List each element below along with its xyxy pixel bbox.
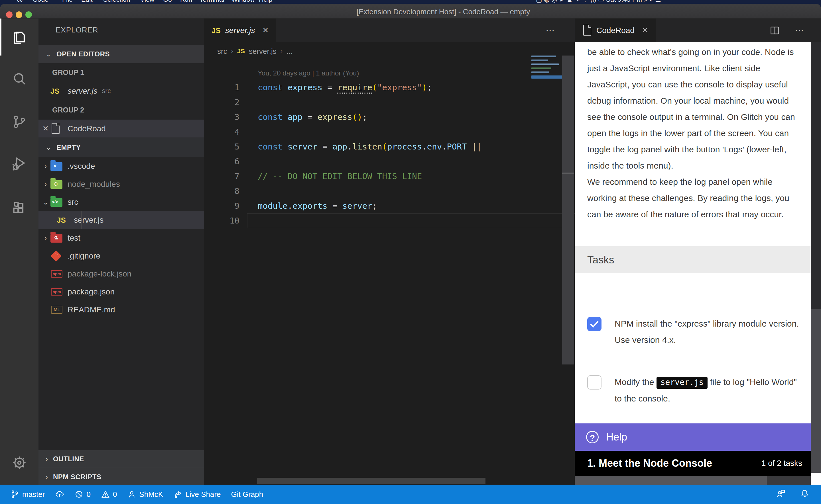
menu-item-file[interactable]: File <box>62 0 73 3</box>
line-number: 1 <box>204 80 240 95</box>
status-item-git-graph[interactable]: Git Graph <box>231 490 264 499</box>
bell-icon[interactable] <box>800 489 810 500</box>
webview-vertical-scrollbar[interactable] <box>811 42 821 485</box>
lesson-text: be able to check what's going on in your… <box>587 44 804 222</box>
folder-section-header[interactable]: ⌄ EMPTY <box>38 138 204 157</box>
line-number: 6 <box>204 154 240 169</box>
extensions-icon[interactable] <box>0 190 38 227</box>
status-item-live-share[interactable]: Live Share <box>173 490 221 499</box>
activity-bar <box>0 19 38 485</box>
lesson-paragraph: be able to check what's going on in your… <box>587 44 804 174</box>
window-title: [Extension Development Host] - CodeRoad … <box>357 7 530 16</box>
status-label: Git Graph <box>231 490 264 499</box>
minimap[interactable] <box>531 56 562 79</box>
editor-vertical-scrollbar[interactable] <box>562 56 574 364</box>
breadcrumb-item[interactable]: ... <box>287 47 293 56</box>
open-editor-item-coderoad[interactable]: ✕CodeRoad <box>38 120 204 138</box>
tab-coderoad[interactable]: CodeRoad ✕ <box>575 19 656 42</box>
section-header-npm-scripts[interactable]: ›NPM SCRIPTS <box>38 468 204 485</box>
document-icon <box>582 25 592 36</box>
npm-icon: npm <box>50 268 64 280</box>
menu-item-window[interactable]: Window <box>232 0 255 3</box>
split-editor-icon[interactable] <box>770 25 780 36</box>
tree-item-node-modules[interactable]: ›⬡node_modules <box>38 175 204 193</box>
menu-item-code[interactable]: Code <box>33 0 48 3</box>
menu-item-run[interactable]: Run <box>180 0 192 3</box>
menu-item-terminal[interactable]: Terminal <box>199 0 225 3</box>
breadcrumb-item[interactable]: server.js <box>249 47 277 56</box>
checkbox-checked[interactable] <box>587 317 601 331</box>
coderoad-more-actions-icon[interactable]: ⋯ <box>795 25 805 36</box>
status-label: master <box>22 490 45 499</box>
section-header-outline[interactable]: ›OUTLINE <box>38 450 204 468</box>
status-item-shmck[interactable]: ShMcK <box>127 490 163 499</box>
status-label: Live Share <box>185 490 221 499</box>
window-title-bar: [Extension Development Host] - CodeRoad … <box>0 4 821 19</box>
status-label: ShMcK <box>139 490 163 499</box>
search-icon[interactable] <box>0 60 38 97</box>
close-tab-icon[interactable]: ✕ <box>263 26 269 35</box>
menu-item-edit[interactable]: Edit <box>81 0 93 3</box>
tasks-section-header: Tasks <box>575 246 811 273</box>
vscode-folder-icon: ⨯ <box>50 161 64 172</box>
node-modules-folder-icon: ⬡ <box>50 179 64 190</box>
open-editor-item-server-js[interactable]: JSserver.jssrc <box>38 82 204 100</box>
tree-item-package-lock-json[interactable]: npmpackage-lock.json <box>38 265 204 283</box>
tree-item--gitignore[interactable]: .gitignore <box>38 247 204 265</box>
line-number: 3 <box>204 110 240 124</box>
test-folder-icon: ⚗ <box>50 232 64 244</box>
help-bar[interactable]: ? Help <box>575 423 811 451</box>
coderoad-panel: CodeRoad ✕ ⋯ be able to check what's goi… <box>575 19 821 485</box>
breadcrumb[interactable]: src›JSserver.js›... <box>217 46 293 57</box>
gitlens-blame-annotation: You, 20 days ago | 1 author (You) <box>258 69 359 77</box>
chevron-right-icon: › <box>41 180 50 188</box>
close-icon[interactable]: ✕ <box>41 124 50 133</box>
tree-item--vscode[interactable]: ›⨯.vscode <box>38 157 204 175</box>
coderoad-webview: be able to check what's going on in your… <box>575 42 811 485</box>
tree-item-server-js[interactable]: JSserver.js <box>38 211 204 229</box>
code-line-6: 6 <box>204 154 562 169</box>
line-number: 9 <box>204 198 240 213</box>
level-footer[interactable]: 1. Meet the Node Console 1 of 2 tasks <box>575 451 811 476</box>
code-line-8: 8 <box>204 184 562 198</box>
status-item-cloud-upload[interactable] <box>55 490 64 499</box>
menu-item-selection[interactable]: Selection <box>103 0 130 3</box>
close-tab-icon[interactable]: ✕ <box>642 26 648 35</box>
feedback-icon[interactable] <box>776 489 786 500</box>
menu-item-go[interactable]: Go <box>163 0 172 3</box>
editor-horizontal-scrollbar[interactable] <box>257 478 485 484</box>
status-item-0[interactable]: 0 <box>101 490 117 499</box>
menu-item-view[interactable]: View <box>140 0 154 3</box>
breadcrumb-item[interactable]: src <box>217 47 227 56</box>
open-editors-header[interactable]: ⌄ OPEN EDITORS <box>38 45 204 63</box>
sidebar-title: EXPLORER <box>56 26 98 34</box>
editor-actions-more-icon[interactable]: ⋯ <box>546 25 555 36</box>
tree-item-package-json[interactable]: npmpackage.json <box>38 283 204 301</box>
settings-gear-icon[interactable] <box>0 444 38 481</box>
zoom-window-button[interactable] <box>25 11 32 18</box>
markdown-icon: M↓ <box>50 304 64 315</box>
menu-item-help[interactable]: Help <box>259 0 272 3</box>
status-item-master[interactable]: master <box>10 490 45 499</box>
status-item-0[interactable]: 0 <box>74 490 90 499</box>
tab-server-js[interactable]: JS server.js ✕ <box>204 19 276 42</box>
status-bar: master00ShMcKLive ShareGit Graph <box>0 485 821 504</box>
code-line-5: 5const server = app.listen(process.env.P… <box>204 139 562 154</box>
tree-item-test[interactable]: ›⚗test <box>38 229 204 247</box>
checkbox-unchecked[interactable] <box>587 375 601 390</box>
source-control-icon[interactable] <box>0 103 38 140</box>
webview-horizontal-scrollbar[interactable] <box>575 476 811 485</box>
menu-item-apple[interactable]: ⌘ <box>17 0 23 3</box>
tree-item-src[interactable]: ⌄</>src <box>38 193 204 211</box>
tree-item-readme-md[interactable]: M↓README.md <box>38 301 204 319</box>
run-debug-icon[interactable] <box>0 145 38 182</box>
status-label: 0 <box>86 490 90 499</box>
open-editors-group-label: GROUP 1 <box>52 68 84 77</box>
minimize-window-button[interactable] <box>16 11 22 18</box>
line-number: 8 <box>204 184 240 198</box>
close-window-button[interactable] <box>6 11 13 18</box>
files-icon[interactable] <box>0 19 38 56</box>
task-text: NPM install the "express" library module… <box>614 315 804 348</box>
chevron-right-icon: › <box>41 234 50 242</box>
js-file-icon: JS <box>237 46 245 57</box>
